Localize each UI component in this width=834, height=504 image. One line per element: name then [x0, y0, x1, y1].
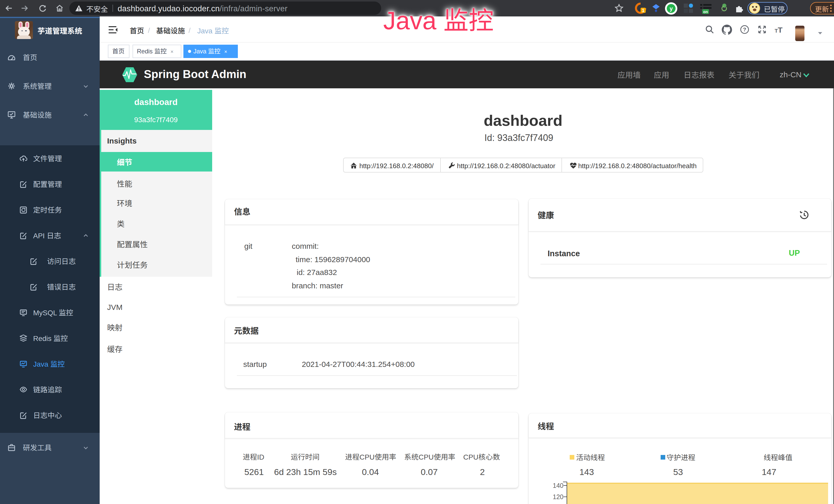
svg-text:?: ?	[743, 26, 746, 32]
svg-text:on: on	[703, 9, 708, 14]
svg-text:y: y	[670, 5, 673, 12]
svg-text:1: 1	[642, 8, 644, 13]
